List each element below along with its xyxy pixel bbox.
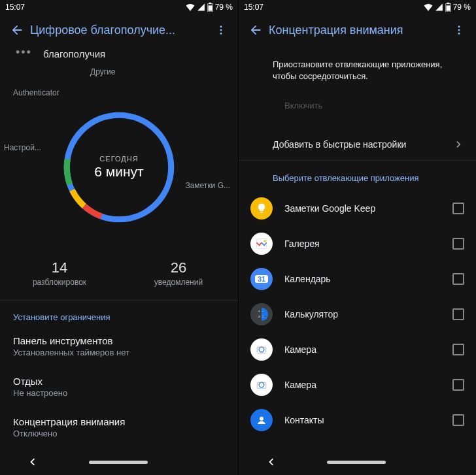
app-name-label: Контакты	[273, 415, 452, 425]
app-checkbox[interactable]	[452, 379, 464, 391]
nav-home-pill[interactable]	[89, 461, 148, 464]
stat-unlocks[interactable]: 14 разблокировок	[0, 259, 119, 287]
stat-notifs-label: уведомлений	[119, 278, 238, 287]
app-checkbox[interactable]	[452, 344, 464, 355]
overflow-button[interactable]	[446, 17, 472, 43]
app-row[interactable]: Контакты	[239, 402, 476, 438]
limits-header: Установите ограничения	[0, 301, 238, 326]
wifi-icon	[424, 3, 433, 11]
donut-center-value: 6 минут	[94, 164, 143, 180]
back-button[interactable]	[4, 17, 30, 43]
svg-rect-12	[446, 5, 450, 10]
app-icon	[250, 409, 273, 431]
row-winddown-sub: Не настроено	[13, 388, 225, 398]
nav-bar	[239, 449, 476, 475]
app-checkbox[interactable]	[452, 203, 464, 214]
svg-point-24	[256, 380, 267, 391]
battery-icon	[445, 3, 451, 12]
app-bar: Концентрация внимания	[239, 14, 476, 46]
signal-icon	[197, 3, 205, 11]
svg-rect-1	[209, 3, 211, 4]
svg-point-3	[220, 25, 222, 27]
focus-description: Приостановите отвлекающие приложения, чт…	[239, 46, 476, 90]
row-focus-title: Концентрация внимания	[13, 416, 225, 427]
ellipsis-icon: •••	[0, 46, 32, 59]
app-row[interactable]: Камера	[239, 332, 476, 367]
app-checkbox[interactable]	[452, 238, 464, 250]
donut-center: СЕГОДНЯ 6 минут	[94, 155, 143, 180]
app-name-label: Камера	[273, 380, 452, 390]
arrow-back-icon	[10, 23, 24, 37]
app-name-label: Календарь	[273, 274, 452, 284]
enable-button[interactable]: Включить	[273, 95, 334, 116]
app-checkbox[interactable]	[452, 308, 464, 320]
nav-back-button[interactable]	[264, 455, 278, 469]
app-checkbox[interactable]	[452, 273, 464, 285]
page-title: Концентрация внимания	[269, 24, 446, 37]
status-time: 15:07	[5, 3, 25, 12]
app-bar: Цифровое благополучие...	[0, 14, 238, 46]
stat-notifications[interactable]: 26 уведомлений	[119, 259, 238, 287]
app-icon: 31	[250, 268, 273, 290]
svg-point-15	[458, 33, 460, 35]
page-title: Цифровое благополучие...	[30, 24, 208, 37]
app-icon	[250, 338, 273, 361]
app-row[interactable]: 31Календарь	[239, 261, 476, 297]
svg-point-5	[220, 33, 222, 35]
svg-point-4	[220, 29, 222, 31]
svg-rect-11	[447, 3, 449, 4]
svg-point-13	[458, 25, 460, 27]
status-time: 15:07	[244, 3, 264, 12]
chevron-left-icon	[25, 455, 39, 469]
app-name-label: Калькулятор	[273, 309, 452, 319]
back-button[interactable]	[243, 17, 269, 43]
phone-wellbeing: 15:07 79 % Цифровое благополучие... ••• …	[0, 0, 238, 475]
app-row[interactable]: Камера	[239, 367, 476, 402]
app-name-label: Заметки Google Keep	[273, 203, 452, 214]
app-icon	[250, 197, 273, 220]
nav-back-button[interactable]	[25, 455, 39, 469]
app-row[interactable]: + −× =Калькулятор	[239, 297, 476, 332]
nav-home-pill[interactable]	[327, 461, 386, 464]
row-winddown-title: Отдых	[13, 376, 225, 387]
stat-unlocks-label: разблокировок	[0, 278, 119, 287]
signal-icon	[435, 3, 443, 11]
svg-point-14	[458, 29, 460, 31]
app-row[interactable]: Заметки Google Keep	[239, 191, 476, 226]
status-battery: 79 %	[215, 3, 233, 12]
phone-focus: 15:07 79 % Концентрация внимания Приоста…	[238, 0, 476, 475]
more-vert-icon	[215, 24, 227, 36]
svg-text:+ −: + −	[258, 309, 265, 314]
stat-notifs-value: 26	[119, 259, 238, 276]
wifi-icon	[186, 3, 195, 11]
stat-unlocks-value: 14	[0, 259, 119, 276]
row-dashboard[interactable]: Панель инструментов Установленных таймер…	[0, 326, 238, 367]
app-checkbox[interactable]	[452, 414, 464, 426]
status-battery: 79 %	[453, 3, 471, 12]
app-icon	[250, 233, 273, 255]
pick-apps-header: Выберите отвлекающие приложения	[239, 161, 476, 191]
svg-point-27	[260, 417, 264, 421]
donut-center-label: СЕГОДНЯ	[94, 155, 143, 163]
row-focus[interactable]: Концентрация внимания Отключено	[0, 407, 238, 448]
seg-label-other: Другие	[90, 67, 115, 76]
svg-rect-2	[208, 5, 212, 10]
seg-label-settings: Настрой...	[4, 143, 41, 152]
content: Приостановите отвлекающие приложения, чт…	[239, 46, 476, 449]
status-right: 79 %	[424, 3, 471, 12]
arrow-back-icon	[248, 23, 263, 37]
heading-tail: благополучия	[0, 46, 238, 65]
row-quick-settings-label: Добавить в быстрые настройки	[273, 139, 452, 150]
more-vert-icon	[453, 24, 465, 36]
status-bar: 15:07 79 %	[239, 0, 476, 14]
row-winddown[interactable]: Отдых Не настроено	[0, 367, 238, 407]
app-list: Заметки Google KeepГалерея31Календарь+ −…	[239, 191, 476, 438]
overflow-button[interactable]	[208, 17, 234, 43]
row-quick-settings[interactable]: Добавить в быстрые настройки	[239, 129, 476, 160]
usage-donut[interactable]: СЕГОДНЯ 6 минут Другие Authenticator Нас…	[0, 65, 238, 248]
app-row[interactable]: Галерея	[239, 226, 476, 261]
app-icon: + −× =	[250, 303, 273, 325]
row-dashboard-title: Панель инструментов	[13, 335, 225, 346]
svg-text:× =: × =	[258, 314, 265, 319]
chevron-right-icon	[452, 138, 466, 151]
